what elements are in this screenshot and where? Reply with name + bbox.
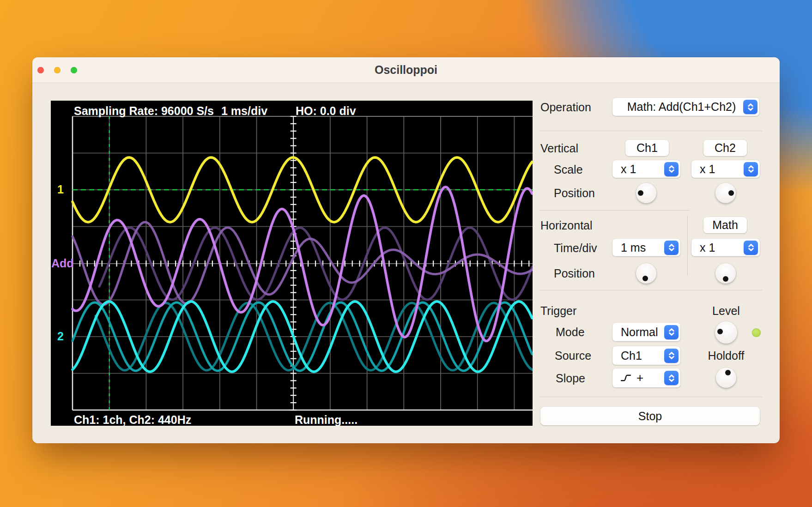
timediv-label: Time/div (554, 241, 597, 255)
knob-indicator-dot (728, 190, 734, 196)
window-title: Oscilloppoi (32, 63, 780, 77)
trigger-mode-select[interactable]: Normal (612, 323, 680, 341)
ch2-scale-select[interactable]: x 1 (691, 160, 760, 178)
horizontal-position-knob[interactable] (636, 263, 656, 284)
ch1-button[interactable]: Ch1 (625, 140, 669, 156)
stepper-icon (664, 349, 679, 363)
stop-button-label: Stop (638, 410, 662, 423)
channel2-marker: 2 (57, 330, 64, 343)
scope-display: Sampling Rate: 96000 S/s 1 ms/div HO: 0.… (51, 101, 533, 426)
holdoff-readout: HO: 0.0 div (296, 104, 356, 118)
scale-label: Scale (554, 163, 583, 176)
math-button[interactable]: Math (703, 217, 747, 233)
trigger-mode-value: Normal (612, 326, 664, 339)
stop-button[interactable]: Stop (540, 407, 760, 425)
stepper-icon (664, 241, 679, 255)
math-scale-value: x 1 (691, 241, 744, 254)
knob-indicator-dot (642, 276, 648, 281)
trigger-slope-label: Slope (556, 371, 585, 385)
trigger-level-label: Level (691, 304, 761, 318)
timediv-value: 1 ms (612, 241, 664, 254)
ch1-scale-value: x 1 (612, 163, 664, 176)
horizontal-position-label: Position (554, 266, 595, 280)
operation-select[interactable]: Math: Add(Ch1+Ch2) (612, 98, 759, 116)
stepper-icon (664, 371, 679, 385)
ch1-position-knob[interactable] (636, 183, 656, 203)
divider (539, 290, 762, 290)
timediv-select[interactable]: 1 ms (612, 239, 680, 256)
ch2-button[interactable]: Ch2 (703, 140, 747, 156)
rising-edge-icon (620, 373, 632, 383)
math-button-label: Math (712, 218, 738, 232)
divider (539, 397, 762, 397)
trigger-label: Trigger (540, 304, 576, 318)
trigger-source-label: Source (555, 349, 591, 362)
holdoff-label: Holdoff (691, 349, 761, 362)
operation-label: Operation (540, 100, 591, 114)
trigger-source-value: Ch1 (612, 349, 664, 362)
vertical-label: Vertical (540, 141, 578, 155)
divider (539, 131, 762, 131)
ch2-scale-value: x 1 (691, 163, 744, 176)
math-scale-select[interactable]: x 1 (691, 239, 760, 256)
math-position-knob[interactable] (715, 263, 736, 284)
knob-indicator-dot (717, 329, 723, 334)
ch1-scale-select[interactable]: x 1 (612, 160, 680, 178)
control-panel: Operation Math: Add(Ch1+Ch2) Vertical Ch… (539, 98, 762, 428)
knob-indicator-dot (723, 276, 728, 282)
channel1-marker: 1 (57, 183, 64, 196)
divider (687, 216, 688, 276)
vertical-position-label: Position (554, 186, 595, 200)
stepper-icon (743, 100, 757, 114)
trigger-slope-select[interactable]: + (612, 368, 680, 387)
stepper-icon (664, 162, 679, 176)
trigger-source-select[interactable]: Ch1 (612, 346, 680, 365)
knob-indicator-dot (725, 370, 731, 375)
ch2-button-label: Ch2 (715, 141, 736, 155)
stepper-icon (744, 241, 758, 255)
knob-indicator-dot (638, 190, 643, 196)
trigger-level-knob[interactable] (715, 321, 737, 344)
timebase-readout: 1 ms/div (221, 104, 267, 118)
add-channel-marker: Add (51, 257, 74, 270)
scope-canvas (51, 101, 533, 426)
run-status: Running..... (295, 413, 358, 427)
horizontal-label: Horizontal (540, 218, 593, 232)
divider (539, 210, 690, 211)
trigger-led (752, 328, 761, 337)
trigger-slope-value: + (636, 371, 643, 385)
holdoff-knob[interactable] (716, 368, 736, 388)
stepper-icon (744, 162, 758, 176)
titlebar[interactable]: Oscilloppoi (32, 57, 780, 83)
app-window: Oscilloppoi Sampling Rate: 96000 S/s 1 m… (32, 57, 780, 443)
ch1-button-label: Ch1 (636, 141, 658, 155)
ch2-position-knob[interactable] (715, 183, 736, 203)
trigger-mode-label: Mode (556, 325, 585, 339)
channel-info-readout: Ch1: 1ch, Ch2: 440Hz (74, 413, 191, 427)
stepper-icon (664, 325, 679, 339)
sampling-rate-readout: Sampling Rate: 96000 S/s (74, 104, 214, 118)
operation-value: Math: Add(Ch1+Ch2) (612, 100, 743, 114)
